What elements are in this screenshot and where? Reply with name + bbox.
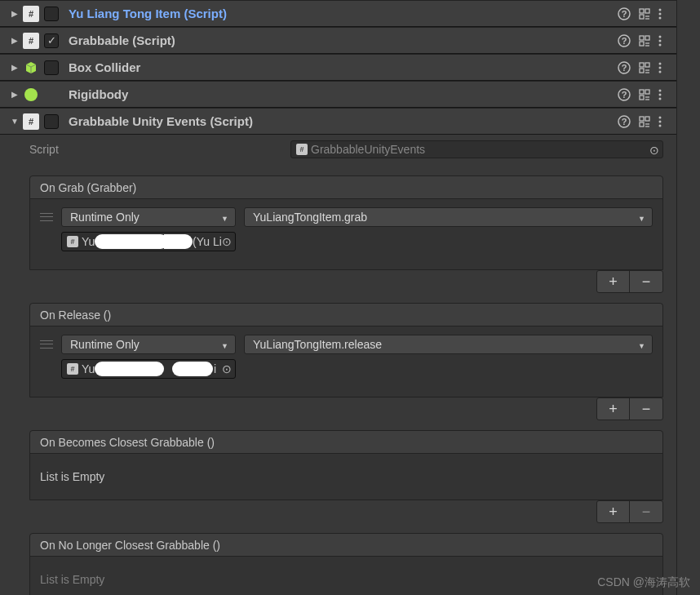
svg-rect-12	[640, 36, 644, 40]
script-object-field[interactable]: # GrabbableUnityEvents ⊙	[290, 140, 663, 158]
foldout-icon[interactable]: ▶	[10, 63, 20, 73]
component-header-grabbableunityevents[interactable]: ▼ # Grabbable Unity Events (Script) ?	[0, 108, 676, 135]
function-dropdown[interactable]: YuLiangTongItem.grab ▼	[244, 207, 653, 227]
drag-handle-icon[interactable]	[40, 339, 53, 350]
unityevent-onnolongerclosest: On No Longer Closest Grabbable () List i…	[29, 533, 663, 595]
redaction	[172, 362, 213, 376]
svg-rect-2	[640, 9, 644, 13]
event-header: On Release ()	[30, 304, 662, 326]
foldout-icon[interactable]: ▶	[10, 9, 20, 19]
callstate-dropdown[interactable]: Runtime Only ▼	[61, 207, 236, 227]
event-footer: + −	[29, 270, 663, 293]
chevron-down-icon: ▼	[638, 342, 645, 350]
svg-point-42	[659, 97, 662, 100]
preset-icon[interactable]	[639, 62, 650, 73]
event-title: On Becomes Closest Grabbable ()	[40, 436, 215, 449]
svg-point-9	[659, 16, 662, 19]
watermark: CSDN @海涛高软	[597, 575, 690, 590]
enable-checkbox[interactable]	[44, 60, 59, 75]
preset-icon[interactable]	[639, 8, 650, 20]
chevron-down-icon: ▼	[221, 215, 228, 223]
svg-rect-47	[640, 122, 644, 127]
object-picker-icon[interactable]: ⊙	[649, 144, 659, 157]
svg-rect-26	[640, 69, 644, 73]
svg-text:?: ?	[622, 117, 627, 127]
script-icon: #	[67, 236, 78, 247]
preset-icon[interactable]	[639, 116, 650, 127]
target-suffix: i	[214, 362, 216, 375]
chevron-down-icon: ▼	[221, 342, 228, 350]
add-listener-button[interactable]: +	[597, 271, 630, 292]
empty-list-label: List is Empty	[30, 454, 662, 500]
svg-rect-25	[645, 63, 649, 67]
target-object-field[interactable]: # Yu i ⊙	[61, 359, 236, 379]
target-prefix: Yu	[82, 235, 95, 248]
component-header-rigidbody[interactable]: ▶ Rigidbody ?	[0, 81, 676, 108]
svg-point-51	[659, 120, 662, 122]
function-value: YuLiangTongItem.grab	[253, 211, 367, 224]
remove-listener-button[interactable]: −	[630, 398, 662, 420]
remove-listener-button[interactable]: −	[630, 271, 662, 292]
redaction	[95, 234, 168, 249]
redaction	[95, 362, 164, 376]
drag-handle-icon[interactable]	[40, 211, 53, 223]
svg-point-18	[659, 39, 662, 42]
svg-point-31	[659, 70, 662, 73]
chevron-down-icon: ▼	[638, 215, 645, 223]
component-title: Rigidbody	[64, 87, 614, 101]
enable-checkbox[interactable]	[44, 114, 59, 129]
svg-rect-45	[640, 117, 644, 121]
svg-point-29	[659, 62, 662, 64]
help-icon[interactable]: ?	[618, 115, 631, 128]
kebab-icon[interactable]	[658, 34, 662, 47]
component-title: Yu Liang Tong Item (Script)	[64, 7, 614, 20]
component-header-boxcollider[interactable]: ▶ Box Collider ?	[0, 54, 676, 81]
event-header: On Grab (Grabber)	[30, 176, 662, 199]
object-picker-icon[interactable]: ⊙	[222, 362, 232, 375]
preset-icon[interactable]	[639, 35, 650, 47]
script-value: GrabbableUnityEvents	[311, 143, 425, 156]
help-icon[interactable]: ?	[618, 88, 631, 101]
add-listener-button[interactable]: +	[597, 398, 630, 420]
target-suffix: (Yu Li	[193, 235, 222, 248]
preset-icon[interactable]	[639, 89, 650, 100]
kebab-icon[interactable]	[658, 61, 662, 74]
foldout-icon[interactable]: ▶	[10, 36, 20, 46]
add-listener-button[interactable]: +	[597, 501, 630, 522]
target-object-field[interactable]: # Yu (Yu Li ⊙	[61, 232, 236, 251]
kebab-icon[interactable]	[658, 7, 662, 20]
empty-list-label: List is Empty	[30, 557, 662, 595]
svg-point-32	[24, 88, 38, 101]
component-header-grabbable[interactable]: ▶ # ✓ Grabbable (Script) ?	[0, 27, 676, 54]
component-header-yuliangtongitem[interactable]: ▶ # Yu Liang Tong Item (Script) ?	[0, 0, 676, 27]
function-dropdown[interactable]: YuLiangTongItem.release ▼	[244, 335, 653, 354]
component-title: Grabbable (Script)	[64, 33, 614, 47]
event-footer: + −	[29, 500, 663, 523]
enable-checkbox[interactable]	[44, 7, 59, 21]
svg-point-50	[659, 116, 662, 118]
help-icon[interactable]: ?	[618, 61, 631, 74]
script-icon: #	[23, 33, 39, 49]
svg-rect-46	[645, 117, 649, 121]
svg-point-30	[659, 66, 662, 69]
remove-listener-button[interactable]: −	[630, 501, 662, 522]
enable-checkbox[interactable]: ✓	[44, 33, 59, 48]
event-title: On Grab (Grabber)	[40, 181, 136, 194]
svg-rect-13	[645, 36, 649, 40]
callstate-dropdown[interactable]: Runtime Only ▼	[61, 335, 236, 354]
component-title: Grabbable Unity Events (Script)	[64, 114, 614, 128]
svg-rect-35	[640, 90, 644, 94]
svg-rect-36	[645, 90, 649, 94]
object-picker-icon[interactable]: ⊙	[222, 235, 232, 248]
svg-text:?: ?	[622, 9, 627, 19]
unityevent-onrelease: On Release () Runtime Only ▼ YuLiangTong…	[29, 303, 663, 397]
foldout-icon[interactable]: ▶	[10, 90, 20, 100]
foldout-icon[interactable]: ▼	[10, 117, 20, 127]
svg-text:?: ?	[622, 63, 627, 73]
help-icon[interactable]: ?	[618, 34, 631, 47]
kebab-icon[interactable]	[658, 88, 662, 101]
kebab-icon[interactable]	[658, 115, 662, 128]
svg-point-41	[659, 93, 662, 95]
script-icon: #	[23, 113, 39, 130]
help-icon[interactable]: ?	[618, 7, 631, 20]
